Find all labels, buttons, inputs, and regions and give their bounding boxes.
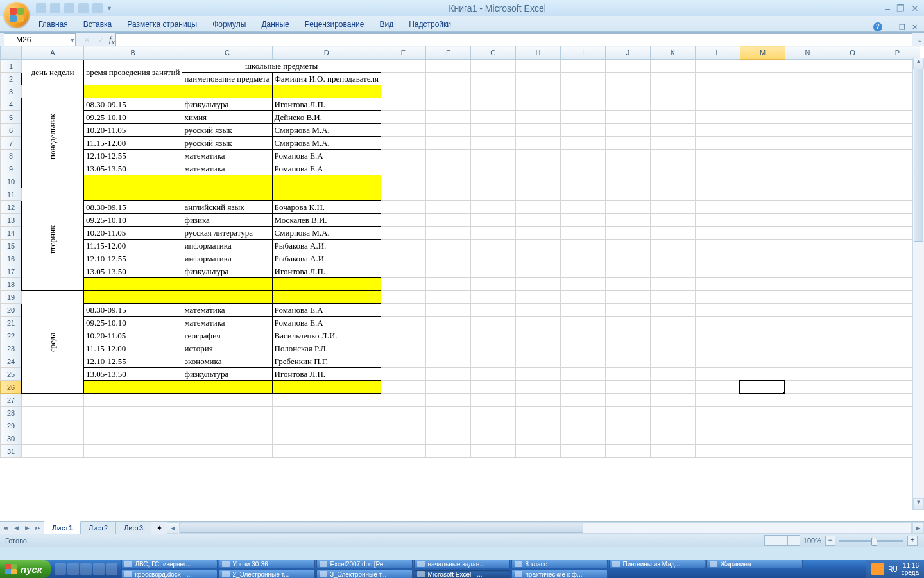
cell-J9[interactable] (605, 162, 650, 175)
cell-L25[interactable] (695, 368, 740, 381)
cell-O25[interactable] (830, 368, 875, 381)
row-header-22[interactable]: 22 (1, 329, 22, 342)
cell-B23[interactable]: 11.15-12.00 (84, 342, 182, 355)
cell-M18[interactable] (740, 278, 785, 291)
cell-E26[interactable] (381, 381, 425, 394)
row-header-21[interactable]: 21 (1, 317, 22, 329)
cell-D3[interactable] (272, 85, 381, 98)
col-header-G[interactable]: G (470, 46, 515, 60)
cell-D28[interactable] (272, 407, 381, 419)
cell-J21[interactable] (605, 317, 650, 329)
cell-I23[interactable] (560, 342, 605, 355)
cell-H18[interactable] (515, 278, 560, 291)
formula-expand-icon[interactable]: ⌄ (915, 36, 924, 44)
cell-F11[interactable] (425, 188, 470, 201)
cell-F6[interactable] (425, 124, 470, 137)
col-header-D[interactable]: D (272, 46, 381, 60)
cell-K4[interactable] (650, 98, 695, 111)
cell-F25[interactable] (425, 368, 470, 381)
cell-J8[interactable] (605, 150, 650, 162)
vertical-scrollbar[interactable]: ▲ ▼ (912, 58, 924, 510)
row-header-5[interactable]: 5 (1, 111, 22, 124)
taskbar-item[interactable]: Жаравина (706, 560, 803, 568)
cell-I2[interactable] (560, 73, 605, 85)
taskbar-item[interactable]: начальные задан... (414, 560, 510, 568)
cell-O23[interactable] (830, 342, 875, 355)
cell-G2[interactable] (470, 73, 515, 85)
ribbon-tab-7[interactable]: Надстройки (401, 17, 459, 31)
cell-O17[interactable] (830, 265, 875, 278)
scroll-right-icon[interactable]: ▶ (912, 522, 924, 534)
cell-A3[interactable]: понедельник (22, 85, 84, 188)
cell-I4[interactable] (560, 98, 605, 111)
cell-O3[interactable] (830, 85, 875, 98)
cell-H24[interactable] (515, 355, 560, 368)
cell-J2[interactable] (605, 73, 650, 85)
cell-N7[interactable] (785, 137, 830, 150)
cell-J4[interactable] (605, 98, 650, 111)
cell-C25[interactable]: физкультура (182, 368, 272, 381)
cell-J18[interactable] (605, 278, 650, 291)
cell-F19[interactable] (425, 291, 470, 304)
cell-F20[interactable] (425, 304, 470, 317)
row-header-31[interactable]: 31 (1, 445, 22, 458)
cell-C31[interactable] (182, 445, 272, 458)
cell-I12[interactable] (560, 201, 605, 214)
cell-L7[interactable] (695, 137, 740, 150)
ribbon-tab-2[interactable]: Разметка страницы (119, 17, 205, 31)
cell-E30[interactable] (381, 432, 425, 445)
redo-icon[interactable] (64, 3, 74, 13)
cell-L2[interactable] (695, 73, 740, 85)
cell-F8[interactable] (425, 150, 470, 162)
cell-G28[interactable] (470, 407, 515, 419)
row-header-9[interactable]: 9 (1, 162, 22, 175)
cell-H11[interactable] (515, 188, 560, 201)
taskbar-item[interactable]: ЛВС, ГС, изернет... (121, 560, 218, 568)
cell-K19[interactable] (650, 291, 695, 304)
cell-J31[interactable] (605, 445, 650, 458)
cell-O11[interactable] (830, 188, 875, 201)
cell-J24[interactable] (605, 355, 650, 368)
row-header-3[interactable]: 3 (1, 85, 22, 98)
cell-K1[interactable] (650, 60, 695, 73)
cell-K22[interactable] (650, 329, 695, 342)
worksheet-grid[interactable]: ABCDEFGHIJKLMNOP1день неделивремя провед… (0, 46, 920, 458)
cell-J30[interactable] (605, 432, 650, 445)
cell-M12[interactable] (740, 201, 785, 214)
cell-H31[interactable] (515, 445, 560, 458)
name-box[interactable]: ▾ (4, 33, 76, 46)
row-header-4[interactable]: 4 (1, 98, 22, 111)
cell-I27[interactable] (560, 394, 605, 407)
workbook-close-icon[interactable]: ✕ (912, 23, 918, 31)
cell-N15[interactable] (785, 240, 830, 252)
cell-L11[interactable] (695, 188, 740, 201)
cell-O2[interactable] (830, 73, 875, 85)
cell-M20[interactable] (740, 304, 785, 317)
cell-E3[interactable] (381, 85, 425, 98)
cell-M2[interactable] (740, 73, 785, 85)
zoom-slider[interactable] (839, 540, 903, 542)
cell-I21[interactable] (560, 317, 605, 329)
row-header-27[interactable]: 27 (1, 394, 22, 407)
cell-H16[interactable] (515, 252, 560, 265)
cell-I3[interactable] (560, 85, 605, 98)
cell-I6[interactable] (560, 124, 605, 137)
cell-M7[interactable] (740, 137, 785, 150)
cell-H8[interactable] (515, 150, 560, 162)
cell-D25[interactable]: Игонтова Л.П. (272, 368, 381, 381)
cell-M4[interactable] (740, 98, 785, 111)
row-header-26[interactable]: 26 (1, 381, 22, 394)
cell-D26[interactable] (272, 381, 381, 394)
cell-K20[interactable] (650, 304, 695, 317)
cell-C7[interactable]: русский язык (182, 137, 272, 150)
cell-H17[interactable] (515, 265, 560, 278)
cell-L29[interactable] (695, 419, 740, 432)
cell-K2[interactable] (650, 73, 695, 85)
cell-D20[interactable]: Романова Е.А (272, 304, 381, 317)
cell-L22[interactable] (695, 329, 740, 342)
cell-M14[interactable] (740, 227, 785, 240)
cell-I14[interactable] (560, 227, 605, 240)
cell-F31[interactable] (425, 445, 470, 458)
cell-O6[interactable] (830, 124, 875, 137)
cell-M28[interactable] (740, 407, 785, 419)
